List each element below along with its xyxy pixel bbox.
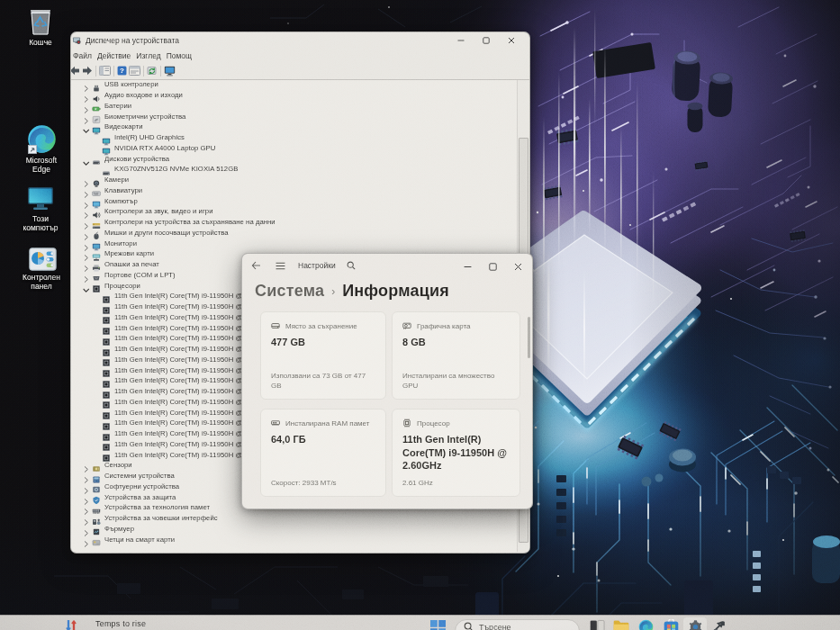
device-tree-row[interactable]: Батерии — [71, 101, 518, 112]
chevron-down-icon[interactable] — [82, 155, 90, 163]
taskbar-store[interactable] — [659, 619, 682, 630]
forward-button[interactable] — [81, 66, 94, 76]
desktop-icon-recycle-bin[interactable]: Кошче — [6, 7, 75, 48]
taskbar-device-manager[interactable] — [708, 619, 731, 630]
menu-help[interactable]: Помощ — [167, 51, 197, 60]
dm-minimize-button[interactable] — [448, 32, 474, 49]
chevron-down-icon[interactable] — [82, 282, 90, 290]
chevron-right-icon[interactable] — [82, 112, 90, 121]
breadcrumb-system[interactable]: Система — [255, 282, 324, 301]
device-tree-row[interactable]: Монитори — [71, 238, 518, 248]
device-tree-row[interactable]: Фърмуер — [71, 524, 518, 535]
chevron-right-icon[interactable] — [82, 197, 90, 205]
device-tree-row[interactable]: Компютър — [71, 195, 518, 206]
menu-view[interactable]: Изглед — [136, 51, 166, 60]
storage-icon — [271, 321, 280, 330]
console-tree-button[interactable] — [98, 66, 112, 76]
toolbar-separator — [95, 66, 96, 76]
card-detail: 2.61 GHz — [402, 479, 510, 489]
update-driver-button[interactable] — [146, 66, 158, 76]
chevron-right-icon[interactable] — [82, 260, 90, 268]
chevron-right-icon[interactable] — [82, 80, 90, 88]
device-tree-row[interactable]: Аудио входове и изходи — [71, 90, 518, 101]
weather-text: Temps to rise — [95, 619, 146, 628]
chevron-right-icon[interactable] — [82, 536, 90, 544]
desktop-icon-this-pc[interactable]: Този компютър — [6, 185, 75, 232]
settings-titlebar[interactable]: Настройки — [242, 254, 532, 277]
chevron-right-icon[interactable] — [82, 102, 90, 110]
device-tree-row[interactable]: USB контролери — [71, 79, 518, 90]
settings-card-cpu: Процесор11th Gen Intel(R) Core(TM) i9-11… — [392, 409, 520, 497]
taskbar-weather-widget[interactable]: Temps to rise — [65, 618, 146, 630]
device-tree-row[interactable]: Устройства за човешки интерфейс — [71, 513, 518, 524]
menu-action[interactable]: Действие — [97, 51, 136, 60]
device-tree-row[interactable]: Клавиатури — [71, 185, 518, 196]
device-manager-menubar: Файл Действие Изглед Помощ — [71, 49, 529, 62]
help-button[interactable]: ? — [116, 66, 128, 76]
chevron-right-icon[interactable] — [82, 207, 90, 215]
device-manager-titlebar[interactable]: Диспечер на устройствата — [71, 32, 529, 49]
chevron-right-icon[interactable] — [82, 482, 90, 490]
device-tree-row[interactable]: Контролери за звук, видео и игри — [71, 206, 518, 217]
properties-button[interactable] — [128, 66, 141, 76]
scan-hardware-button[interactable] — [163, 66, 176, 76]
settings-card-gpu: Графична карта8 GBИнсталирани са множест… — [392, 311, 520, 400]
device-tree-row[interactable]: Дискови устройства — [71, 153, 518, 164]
chevron-down-icon[interactable] — [82, 122, 90, 130]
chevron-right-icon[interactable] — [82, 186, 90, 194]
device-tree-label: Системни устройства — [104, 472, 175, 480]
hamburger-menu-icon[interactable] — [275, 262, 285, 270]
chevron-right-icon[interactable] — [82, 461, 90, 469]
chevron-right-icon[interactable] — [82, 525, 90, 533]
device-tree-row[interactable]: Видеокарти — [71, 122, 518, 132]
settings-app-title: Настройки — [298, 261, 336, 270]
weather-temps-icon — [65, 618, 77, 630]
start-button-icon[interactable] — [430, 620, 446, 630]
taskbar-widgets-app[interactable] — [585, 619, 609, 630]
chevron-right-icon[interactable] — [82, 493, 90, 501]
settings-maximize-button[interactable] — [480, 258, 505, 274]
processor-icon — [102, 312, 111, 321]
device-tree-row[interactable]: Камери — [71, 175, 518, 185]
cpu-icon — [402, 418, 411, 428]
device-tree-row[interactable]: Контролери на устройства за съхраняване … — [71, 217, 518, 228]
settings-close-button[interactable] — [505, 258, 530, 274]
menu-file[interactable]: Файл — [73, 51, 97, 60]
chevron-right-icon[interactable] — [82, 271, 90, 279]
settings-minimize-button[interactable] — [455, 258, 480, 274]
taskbar-settings[interactable] — [683, 617, 707, 630]
search-icon[interactable] — [347, 261, 356, 270]
taskbar-search-box[interactable]: Търсене — [455, 619, 580, 630]
chevron-right-icon[interactable] — [82, 91, 90, 99]
back-button[interactable] — [70, 66, 81, 76]
device-tree-label: Контролери на устройства за съхраняване … — [104, 218, 275, 226]
device-tree-row[interactable]: KXG70ZNV512G NVMe KIOXIA 512GB — [71, 164, 518, 175]
chevron-right-icon[interactable] — [82, 249, 90, 257]
chevron-right-icon[interactable] — [82, 239, 90, 248]
desktop-icon-control-panel[interactable]: Контролен панел — [8, 248, 77, 291]
explorer-folder-icon — [613, 619, 629, 630]
desktop-icon-edge[interactable]: Microsoft Edge — [7, 124, 76, 174]
chevron-right-icon[interactable] — [82, 229, 90, 237]
device-tree-row[interactable]: Биометрични устройства — [71, 111, 518, 122]
chevron-right-icon[interactable] — [82, 514, 90, 522]
processor-icon — [102, 302, 111, 311]
settings-scrollbar-thumb[interactable] — [528, 317, 530, 358]
device-tree-row[interactable]: Мишки и други посочващи устройства — [71, 228, 518, 238]
card-title: Място за съхранение — [285, 322, 357, 330]
dm-close-button[interactable] — [499, 32, 524, 49]
card-detail: Скорост: 2933 MT/s — [271, 479, 376, 489]
chevron-right-icon[interactable] — [82, 176, 90, 184]
processor-icon — [102, 376, 111, 385]
display-icon — [102, 143, 111, 152]
taskbar-file-explorer[interactable] — [610, 619, 633, 630]
device-tree-label: Аудио входове и изходи — [104, 91, 183, 99]
chevron-right-icon[interactable] — [82, 472, 90, 480]
dm-maximize-button[interactable] — [474, 32, 499, 49]
device-tree-row[interactable]: Intel(R) UHD Graphics — [71, 132, 518, 143]
device-tree-row[interactable]: NVIDIA RTX A4000 Laptop GPU — [71, 143, 518, 154]
taskbar-edge[interactable] — [634, 619, 657, 630]
chevron-right-icon[interactable] — [82, 503, 90, 511]
chevron-right-icon[interactable] — [82, 218, 90, 226]
device-tree-row[interactable]: Четци на смарт карти — [71, 534, 518, 544]
